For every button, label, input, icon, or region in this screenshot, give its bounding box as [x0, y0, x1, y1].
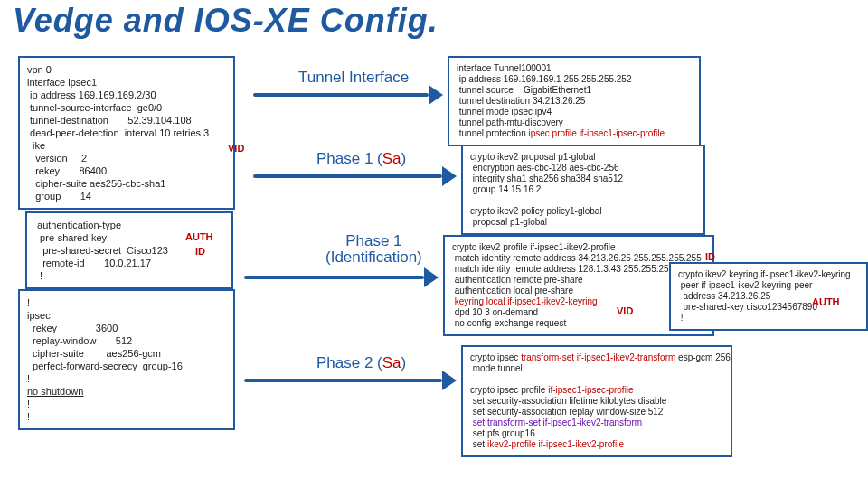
- tag-id-left: ID: [195, 246, 205, 257]
- tag-auth-right: AUTH: [812, 296, 840, 307]
- tag-vid-left: VID: [228, 143, 244, 154]
- ios-box-ipsec-profile: crypto ipsec transform-set if-ipsec1-ike…: [461, 345, 732, 457]
- ios-box-ikev2-proposal: crypto ikev2 proposal p1-global encrypti…: [461, 145, 705, 235]
- tag-id-right: ID: [705, 251, 715, 262]
- label-phase1-sa: Phase 1 (Sa): [316, 150, 406, 168]
- ios-box-tunnel: interface Tunnel100001 ip address 169.16…: [448, 56, 701, 146]
- tag-vid-right: VID: [617, 305, 633, 316]
- tag-auth-left: AUTH: [185, 231, 213, 242]
- vedge-box-1: vpn 0 interface ipsec1 ip address 169.16…: [18, 56, 235, 210]
- page-title: Vedge and IOS-XE Config.: [13, 2, 439, 40]
- label-phase1-id: Phase 1(Identification): [326, 233, 422, 266]
- label-tunnel: Tunnel Interface: [298, 69, 409, 87]
- label-phase2-sa: Phase 2 (Sa): [316, 354, 406, 372]
- vedge-box-3: ! ipsec rekey 3600 replay-window 512 cip…: [18, 289, 235, 430]
